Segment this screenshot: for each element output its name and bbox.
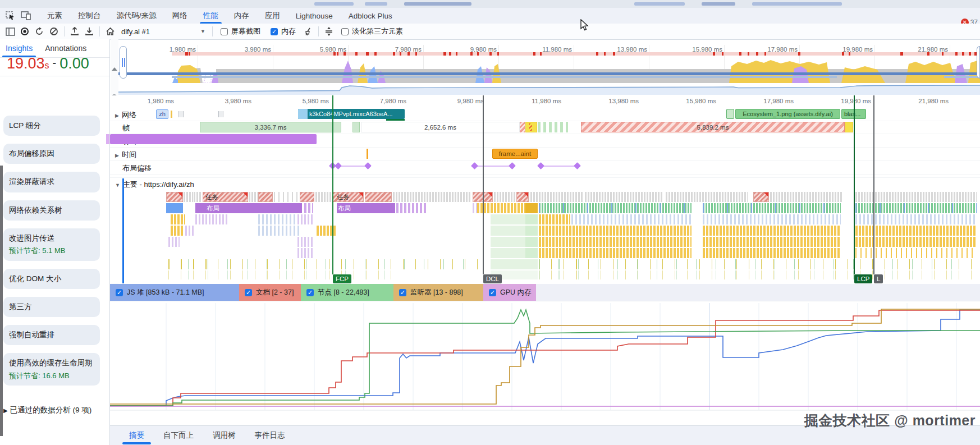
timings-track[interactable]: frame...aint [110,148,980,160]
layout-shift-diamond[interactable] [471,162,478,169]
tab-应用[interactable]: 应用 [257,8,288,24]
insight-card[interactable]: 改进图片传送预计节省: 5.1 MB [3,228,100,261]
tab-网络[interactable]: 网络 [164,8,195,24]
marker-badge-L[interactable]: L [874,274,883,283]
network-request-image[interactable]: Ecosystem_1.png (assets.dify.ai) [735,109,840,119]
screenshots-checkbox[interactable]: 屏幕截图 [221,26,260,36]
history-select-value: dify.ai #1 [121,27,150,36]
layout-shift-diamond[interactable] [364,162,372,169]
checkbox-checked-icon[interactable]: ✓ [245,289,252,296]
sidebar-tab-Annotations[interactable]: Annotations [45,39,86,57]
animation-bar[interactable] [110,134,317,144]
counter-chip-监听器 [13 - 898][interactable]: ✓监听器 [13 - 898] [393,284,483,301]
tab-元素[interactable]: 元素 [39,8,70,24]
counter-chip-文档 [2 - 37][interactable]: ✓文档 [2 - 37] [239,284,301,301]
memory-checkbox[interactable]: ✓ 内存 [271,26,296,36]
marker-badge-FCP[interactable]: FCP [333,274,351,283]
counter-chip-GPU 内存[interactable]: ✓GPU 内存 [483,284,536,301]
main-flame-chart[interactable]: 任务任务布局布局 [110,191,980,281]
partial-frame-bar[interactable] [520,122,525,132]
long-task-mark [613,52,615,56]
details-tab-调用树[interactable]: 调用树 [206,426,242,445]
checkbox-checked-icon[interactable]: ✓ [399,289,406,296]
insight-card[interactable]: 网络依赖关系树 [3,200,100,221]
insight-card-title: 布局偏移原因 [9,149,94,159]
passed-insights-toggle[interactable]: ▶已通过的数据分析 (9 项) [3,405,104,416]
history-select[interactable]: dify.ai #1 ▼ [118,26,209,37]
sidebar-tab-Insights[interactable]: Insights [6,39,33,57]
tab-控制台[interactable]: 控制台 [70,8,109,24]
network-request-zh[interactable]: zh [156,109,168,119]
overview-left-handle[interactable] [120,46,127,79]
layout-shifts-track[interactable] [110,161,980,174]
frame-bar-small[interactable] [352,122,360,132]
insight-card[interactable]: LCP 细分 [3,116,100,136]
overview-right-handle[interactable] [977,46,980,79]
checkbox-checked-icon[interactable]: ✓ [116,289,123,296]
animations-track[interactable] [110,134,980,147]
details-tab-事件日志[interactable]: 事件日志 [248,426,292,445]
dropped-frame-bar[interactable] [845,122,853,132]
details-tab-摘要[interactable]: 摘要 [122,426,151,445]
network-request-tiny[interactable] [171,111,172,118]
tab-源代码/来源[interactable]: 源代码/来源 [109,8,164,24]
checkbox-checked-icon[interactable]: ✓ [489,289,496,296]
garbage-collect-icon[interactable] [301,25,315,38]
marker-badge-DCL[interactable]: DCL [483,274,502,283]
network-request-mini[interactable] [726,109,734,119]
timeline-overview[interactable]: 1,980 ms3,980 ms5,980 ms7,980 ms9,980 ms… [118,45,980,80]
frame-duration-bar[interactable]: 2,652.6 ms [361,122,520,132]
network-request-mark[interactable] [218,111,223,117]
layout-shift-diamond[interactable] [574,162,581,169]
collapse-panels-icon[interactable] [322,25,336,38]
insight-card[interactable]: 渲染屏蔽请求 [3,172,100,192]
toggle-sidebar-icon[interactable] [3,25,17,38]
network-request-script[interactable]: k3kCo84MPvpLmixcA63oeA... [298,109,405,119]
dropped-frame-bar[interactable] [525,122,537,132]
frames-track[interactable]: 3,336.7 ms 2,652.6 ms 5,839.2 ms [110,121,980,134]
scroll-up-icon[interactable] [112,67,117,71]
tab-内存[interactable]: 内存 [226,8,257,24]
tab-Lighthouse[interactable]: Lighthouse [288,8,341,24]
layout-shift-diamond[interactable] [509,162,516,169]
layout-shift-diamond[interactable] [335,162,342,169]
home-icon[interactable] [103,25,117,38]
inspect-element-icon[interactable] [4,10,16,21]
reload-and-record-button[interactable] [33,25,46,38]
metric-cls-value[interactable]: 0.00 [59,58,89,72]
tab-性能[interactable]: 性能 [195,8,226,24]
insight-card[interactable]: 使用高效的缓存生命周期预计节省: 16.6 MB [3,353,100,386]
counter-chip-节点 [8 - 22,483][interactable]: ✓节点 [8 - 22,483] [301,284,393,301]
metric-lcp-time[interactable]: 19.03s [7,58,49,72]
insight-card-title: 强制自动重排 [9,330,94,340]
load-profile-icon[interactable] [68,25,81,38]
network-track[interactable]: zh k3kCo84MPvpLmixcA63oeA... Ecosystem_1… [110,108,980,121]
frame-duration-bar[interactable]: 3,336.7 ms [200,122,341,132]
clear-button[interactable] [47,25,61,38]
insight-card[interactable]: 强制自动重排 [3,325,100,345]
details-tab-自下而上[interactable]: 自下而上 [157,426,200,445]
insight-card[interactable]: 布局偏移原因 [3,144,100,164]
fade-third-party-checkbox[interactable]: 淡化第三方元素 [341,26,403,36]
track-main-label[interactable]: ▼主要 - https://dify.ai/zh [115,180,194,190]
device-toolbar-icon[interactable] [20,10,31,21]
network-request-mark[interactable] [178,111,184,117]
insight-card[interactable]: 优化 DOM 大小 [3,269,100,289]
counter-label: GPU 内存 [500,288,532,297]
long-task-mark [756,52,758,56]
checkbox-unchecked-icon [221,28,228,35]
insight-card[interactable]: 第三方 [3,297,100,317]
separator [64,26,65,36]
timing-marker-chip[interactable]: frame...aint [492,149,538,159]
save-profile-icon[interactable] [83,25,96,38]
checkbox-checked-icon[interactable]: ✓ [306,289,314,296]
memory-counter-graph[interactable] [110,301,980,426]
frame-strip-bar[interactable] [538,122,568,132]
timeline-ruler: 1,980 ms3,980 ms5,980 ms7,980 ms9,980 ms… [110,95,980,108]
record-button[interactable] [18,25,31,38]
tab-Adblock Plus[interactable]: Adblock Plus [341,8,400,24]
layout-shift-diamond[interactable] [537,162,544,169]
marker-badge-LCP[interactable]: LCP [854,274,872,283]
counter-chip-JS 堆 [853 kB - 71.1 MB][interactable]: ✓JS 堆 [853 kB - 71.1 MB] [110,284,239,301]
frame-duration-bar-striped[interactable]: 5,839.2 ms [581,122,845,132]
